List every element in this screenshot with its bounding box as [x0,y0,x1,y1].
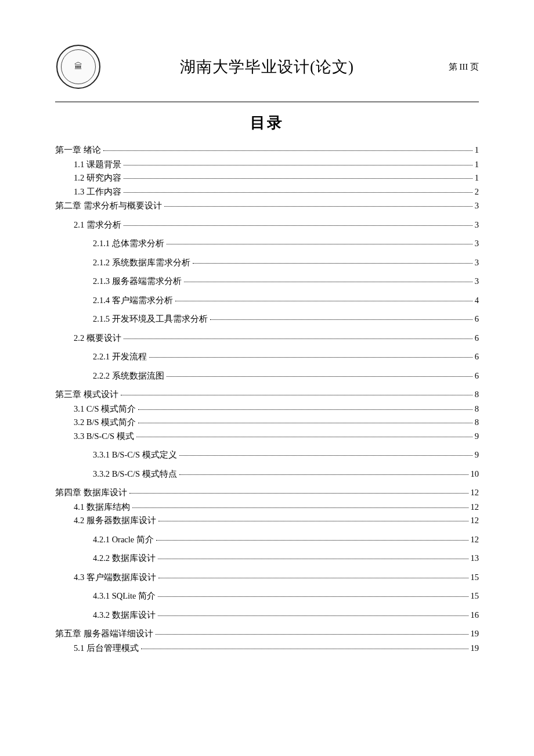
toc-entry-page: 8 [475,390,479,399]
toc-leader-dots [124,165,472,165]
toc-entry-label: 2.2.2 系统数据流图 [93,372,164,380]
toc-entry: 2.2 概要设计6 [55,334,479,343]
page-container: 🏛 湖南大学毕业设计(论文) 第 III 页 目录 第一章 绪论11.1 课题背… [0,0,534,692]
toc-entry-label: 第一章 绪论 [55,146,101,154]
toc-entry: 2.1.2 系统数据库需求分析3 [55,258,479,267]
toc-entry: 第四章 数据库设计12 [55,488,479,497]
toc-entry-label: 4.3 客户端数据库设计 [74,573,156,582]
toc-leader-dots [167,244,472,244]
toc-leader-dots [179,474,468,475]
page-prefix: 第 [449,62,457,71]
toc-entry-label: 1.3 工作内容 [74,188,121,196]
toc-entry-label: 第二章 需求分析与概要设计 [55,201,162,210]
toc-entry-label: 第四章 数据库设计 [55,488,127,497]
toc-entry-page: 3 [475,201,479,210]
toc-entry-label: 2.1.4 客户端需求分析 [93,296,173,305]
page-suffix: 页 [470,62,479,71]
toc-leader-dots [138,409,472,410]
toc-entry-label: 3.1 C/S 模式简介 [74,405,136,413]
toc-entry: 1.2 研究内容1 [55,174,479,182]
toc-entry-page: 6 [475,315,479,323]
toc-title: 目录 [55,113,479,133]
toc-leader-dots [167,376,472,377]
toc-entry-label: 2.2.1 开发流程 [93,352,147,361]
toc-entry-page: 1 [475,174,479,182]
toc-entry-page: 3 [475,221,479,229]
toc-leader-dots [124,178,472,179]
toc-leader-dots [210,319,472,320]
toc-entry-label: 2.2 概要设计 [74,334,121,343]
toc-entry-label: 3.3.2 B/S-C/S 模式特点 [93,470,177,478]
toc-entry: 2.2.2 系统数据流图6 [55,372,479,380]
toc-leader-dots [158,578,468,578]
toc-entry-page: 8 [475,405,479,413]
toc-entry-page: 3 [475,277,479,286]
toc-entry: 4.2.2 数据库设计13 [55,554,479,563]
toc-entry: 第五章 服务器端详细设计19 [55,629,479,638]
toc-entry-label: 2.1.1 总体需求分析 [93,239,164,248]
toc-entry-page: 3 [475,239,479,248]
toc-leader-dots [129,493,468,494]
toc-leader-dots [156,634,468,635]
toc-entry: 3.3.1 B/S-C/S 模式定义9 [55,451,479,459]
logo-inner-circle: 🏛 [61,49,96,84]
toc-leader-dots [124,225,472,226]
toc-entry: 4.3.2 数据库设计16 [55,611,479,620]
toc-entry: 5.1 后台管理模式19 [55,644,479,653]
toc-entry-label: 4.2 服务器数据库设计 [74,516,156,525]
toc-entry: 第三章 模式设计8 [55,390,479,399]
toc-entry-page: 15 [471,573,479,582]
toc-entry-label: 3.3 B/S-C/S 模式 [74,432,134,441]
toc-entry-page: 9 [475,432,479,441]
toc-entry-page: 10 [471,470,479,478]
toc-entry-label: 4.3.2 数据库设计 [93,611,156,620]
toc-entry-label: 2.1.5 开发环境及工具需求分析 [93,315,208,323]
toc-entry-page: 2 [475,188,479,196]
toc-entry-page: 1 [475,146,479,154]
toc-leader-dots [158,615,468,616]
toc-entry-page: 15 [471,592,479,600]
toc-entry-page: 1 [475,160,479,169]
toc-entry-label: 2.1 需求分析 [74,221,121,229]
toc-leader-dots [179,455,472,456]
toc-entry: 2.2.1 开发流程6 [55,352,479,361]
toc-leader-dots [156,540,468,541]
toc-entry-page: 8 [475,418,479,427]
toc-entry-page: 19 [471,644,479,653]
toc-entry: 4.3 客户端数据库设计15 [55,573,479,582]
toc-entry: 4.2.1 Oracle 简介12 [55,535,479,544]
toc-entry-page: 4 [475,296,479,305]
toc-entry-page: 12 [471,503,479,512]
toc-entry-page: 6 [475,352,479,361]
toc-entry-label: 4.2.2 数据库设计 [93,554,156,563]
toc-entry-page: 3 [475,258,479,267]
logo-building-icon: 🏛 [74,62,82,71]
header-divider [55,102,479,102]
toc-entry: 4.2 服务器数据库设计12 [55,516,479,525]
toc-leader-dots [158,521,468,521]
toc-entry: 2.1.3 服务器端需求分析3 [55,277,479,286]
document-title: 湖南大学毕业设计(论文) [102,56,432,77]
toc-leader-dots [103,150,472,151]
toc-entry: 1.1 课题背景1 [55,160,479,169]
toc-leader-dots [132,507,468,508]
toc-entry: 4.1 数据库结构12 [55,503,479,512]
toc-entry: 2.1.4 客户端需求分析4 [55,296,479,305]
university-logo: 🏛 [55,44,102,90]
toc-entry-label: 第五章 服务器端详细设计 [55,629,153,638]
toc-entry-label: 第三章 模式设计 [55,390,118,399]
toc-leader-dots [136,437,472,437]
toc-entry-page: 19 [471,629,479,638]
toc-leader-dots [158,596,468,597]
toc-entry-label: 1.2 研究内容 [74,174,121,182]
toc-entry-label: 1.1 课题背景 [74,160,121,169]
toc-leader-dots [138,423,472,423]
toc-entry-label: 2.1.2 系统数据库需求分析 [93,258,190,267]
toc-entry-page: 16 [471,611,479,620]
toc-entry-label: 2.1.3 服务器端需求分析 [93,277,182,286]
toc-entry-page: 9 [475,451,479,459]
document-header: 🏛 湖南大学毕业设计(论文) 第 III 页 [55,44,479,97]
toc-leader-dots [124,192,472,193]
toc-leader-dots [164,206,472,207]
toc-entry: 2.1.1 总体需求分析3 [55,239,479,248]
